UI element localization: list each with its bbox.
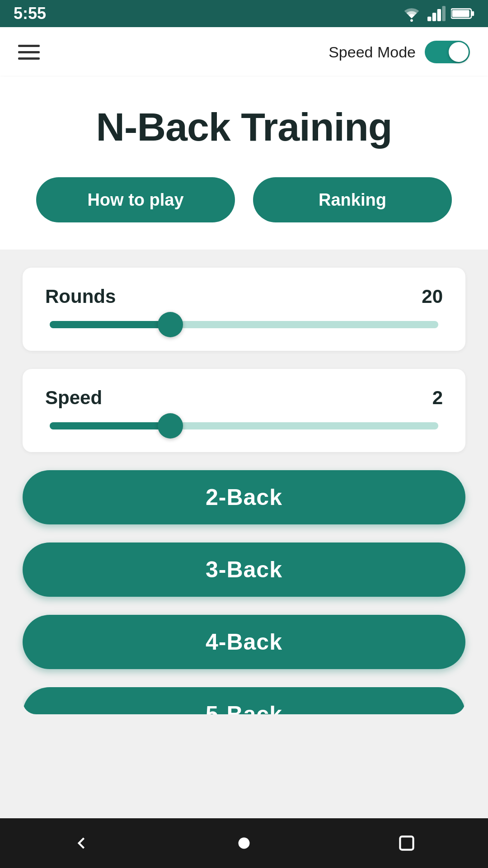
tick-high <box>320 323 324 326</box>
svg-rect-7 <box>452 10 469 17</box>
speed-slider-header: Speed 2 <box>45 387 443 409</box>
battery-icon <box>451 7 474 20</box>
two-back-button[interactable]: 2-Back <box>23 470 465 524</box>
speed-slider-track[interactable] <box>50 422 438 429</box>
content-area: Rounds 20 Speed 2 2-Back 3-Back 4-Back 5… <box>0 250 488 818</box>
svg-rect-1 <box>427 17 431 21</box>
wifi-icon <box>401 5 422 22</box>
four-back-button[interactable]: 4-Back <box>23 615 465 669</box>
hamburger-line-1 <box>18 45 40 47</box>
rounds-slider-card: Rounds 20 <box>23 268 465 351</box>
home-icon <box>233 832 255 854</box>
speed-value: 2 <box>432 387 443 409</box>
signal-icon <box>427 5 446 22</box>
svg-rect-4 <box>442 6 446 21</box>
hamburger-line-2 <box>18 51 40 53</box>
speed-mode-toggle[interactable] <box>425 41 470 63</box>
svg-point-8 <box>239 838 250 849</box>
rounds-value: 20 <box>422 286 443 307</box>
back-icon <box>70 832 93 854</box>
five-back-partial-container: 5-Back <box>23 687 465 714</box>
speed-label: Speed <box>45 387 102 409</box>
svg-rect-9 <box>400 836 413 849</box>
speed-slider-fill <box>50 422 170 429</box>
home-nav-button[interactable] <box>233 832 255 854</box>
app-bar: Speed Mode <box>0 27 488 77</box>
five-back-button[interactable]: 5-Back <box>23 687 465 714</box>
three-back-button[interactable]: 3-Back <box>23 542 465 597</box>
status-icons <box>401 5 474 22</box>
ranking-button[interactable]: Ranking <box>253 177 452 222</box>
rounds-label: Rounds <box>45 286 116 307</box>
status-bar: 5:55 <box>0 0 488 27</box>
hamburger-line-3 <box>18 57 40 60</box>
speed-tick-high <box>320 424 324 428</box>
recents-nav-button[interactable] <box>395 832 418 854</box>
rounds-slider-header: Rounds 20 <box>45 286 443 307</box>
svg-rect-3 <box>437 9 441 21</box>
nav-bar <box>0 818 488 868</box>
svg-rect-2 <box>432 13 436 21</box>
rounds-slider-fill <box>50 321 170 328</box>
rounds-slider-track[interactable] <box>50 321 438 328</box>
rounds-slider-thumb[interactable] <box>158 312 183 337</box>
toggle-knob <box>449 42 469 62</box>
svg-rect-6 <box>472 11 474 16</box>
hero-section: N-Back Training How to play Ranking <box>0 77 488 250</box>
tick-mid <box>242 323 246 326</box>
status-time: 5:55 <box>14 4 46 23</box>
speed-slider-thumb[interactable] <box>158 413 183 439</box>
hero-buttons: How to play Ranking <box>18 177 470 222</box>
hamburger-menu-button[interactable] <box>18 45 40 60</box>
speed-slider-card: Speed 2 <box>23 369 465 452</box>
speed-mode-container: Speed Mode <box>328 41 470 63</box>
recents-icon <box>395 832 418 854</box>
back-nav-button[interactable] <box>70 832 93 854</box>
app-title: N-Back Training <box>18 104 470 150</box>
speed-mode-label: Speed Mode <box>328 43 416 61</box>
svg-point-0 <box>410 19 413 22</box>
how-to-play-button[interactable]: How to play <box>36 177 235 222</box>
speed-tick-mid <box>242 424 246 428</box>
